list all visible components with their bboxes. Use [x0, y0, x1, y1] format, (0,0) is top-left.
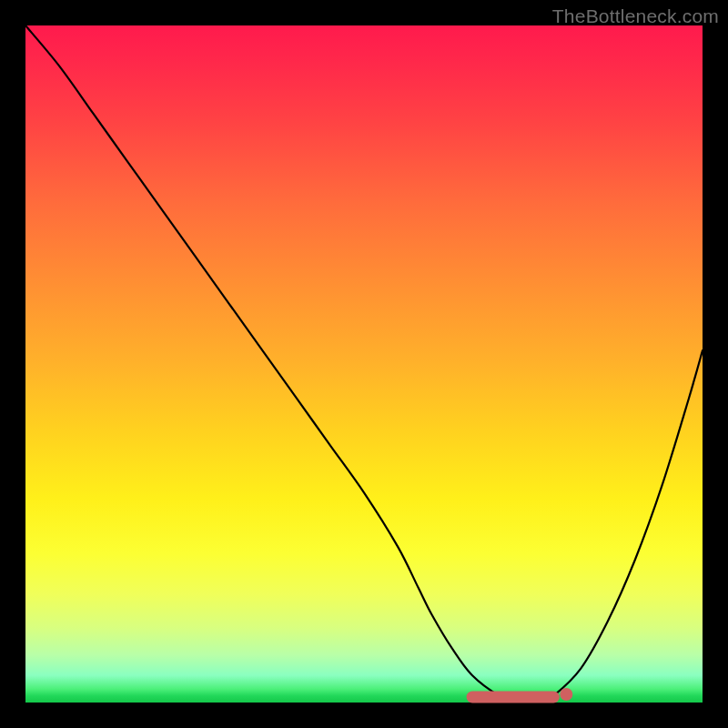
chart-plot-area — [25, 25, 703, 703]
watermark-label: TheBottleneck.com — [552, 5, 719, 27]
chart-svg — [25, 25, 703, 703]
chart-frame: TheBottleneck.com — [0, 0, 728, 728]
bottleneck-curve-path — [25, 25, 703, 703]
marker-dot-icon — [560, 688, 572, 701]
